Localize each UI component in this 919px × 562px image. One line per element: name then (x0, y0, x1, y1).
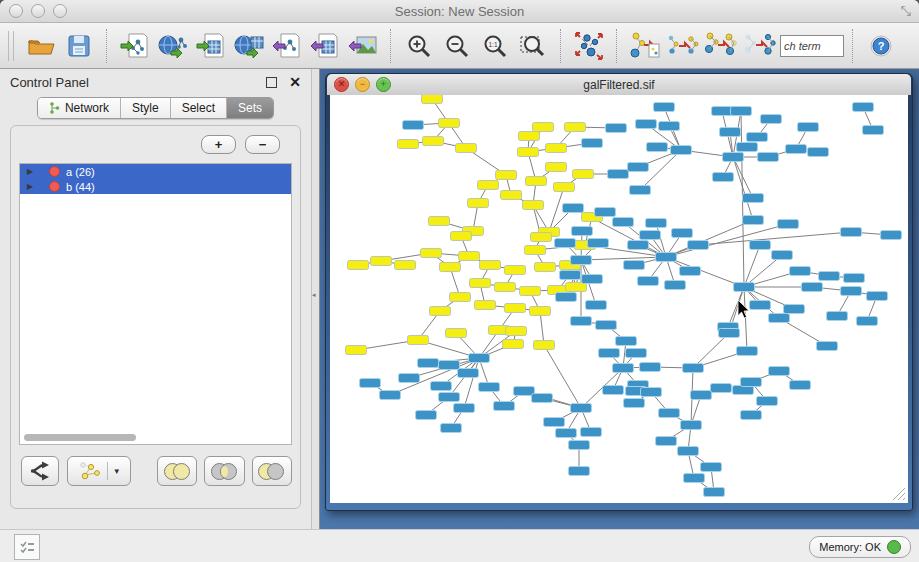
network-node[interactable] (881, 231, 902, 240)
tab-select[interactable]: Select (171, 98, 227, 118)
network-node[interactable] (671, 146, 692, 155)
network-edge[interactable] (666, 220, 753, 257)
network-node[interactable] (571, 256, 592, 265)
network-node[interactable] (772, 251, 793, 260)
network-node[interactable] (681, 421, 702, 430)
network-node[interactable] (546, 144, 567, 153)
network-node[interactable] (495, 283, 516, 292)
network-node[interactable] (640, 231, 661, 240)
network-node[interactable] (582, 139, 603, 148)
network-node[interactable] (665, 281, 686, 290)
network-node[interactable] (841, 228, 862, 237)
network-node[interactable] (544, 418, 565, 427)
network-node[interactable] (571, 317, 592, 326)
network-node[interactable] (684, 474, 705, 483)
task-history-button[interactable] (14, 534, 40, 560)
network-node[interactable] (503, 340, 524, 349)
network-node[interactable] (346, 346, 367, 355)
network-node[interactable] (506, 327, 527, 336)
network-node[interactable] (532, 394, 553, 403)
export-image-button[interactable] (344, 27, 382, 65)
network-window-titlebar[interactable]: ✕ − + galFiltered.sif (327, 74, 911, 95)
network-node[interactable] (571, 404, 592, 413)
network-node[interactable] (680, 267, 701, 276)
network-node[interactable] (656, 253, 677, 262)
horizontal-scrollbar[interactable] (24, 434, 136, 441)
network-node[interactable] (630, 186, 651, 195)
network-node[interactable] (606, 124, 627, 133)
network-node[interactable] (456, 144, 477, 153)
zoom-actual-size-button[interactable]: 1:1 (476, 27, 514, 65)
network-node[interactable] (421, 249, 442, 258)
network-node[interactable] (569, 441, 590, 450)
network-node[interactable] (720, 128, 741, 137)
network-node[interactable] (758, 153, 779, 162)
fullscreen-icon[interactable]: ⤡ (901, 3, 911, 19)
network-node[interactable] (844, 274, 865, 283)
tab-style[interactable]: Style (121, 98, 171, 118)
network-node[interactable] (530, 307, 551, 316)
import-network-file-button[interactable] (116, 27, 154, 65)
network-node[interactable] (546, 163, 567, 172)
network-node[interactable] (784, 305, 805, 314)
panel-splitter[interactable]: ◂ (311, 69, 320, 529)
network-node[interactable] (603, 386, 624, 395)
network-edge[interactable] (733, 157, 753, 198)
network-from-selection-button[interactable] (626, 27, 664, 65)
network-node[interactable] (554, 183, 575, 192)
network-node[interactable] (520, 287, 541, 296)
network-node[interactable] (418, 359, 439, 368)
network-node[interactable] (704, 488, 725, 497)
network-node[interactable] (459, 252, 480, 261)
network-node[interactable] (688, 241, 709, 250)
network-node[interactable] (613, 364, 634, 373)
network-node[interactable] (656, 437, 677, 446)
network-node[interactable] (380, 391, 401, 400)
network-node[interactable] (468, 199, 489, 208)
network-node[interactable] (640, 363, 661, 372)
network-node[interactable] (731, 107, 752, 116)
network-node[interactable] (747, 133, 768, 142)
network-node[interactable] (439, 361, 460, 370)
network-node[interactable] (573, 170, 594, 179)
network-node[interactable] (624, 261, 645, 270)
resize-grip-icon[interactable] (903, 498, 905, 500)
network-node[interactable] (761, 115, 782, 124)
network-node[interactable] (636, 120, 657, 129)
network-node[interactable] (572, 227, 593, 236)
network-node[interactable] (778, 220, 799, 229)
network-edge[interactable] (464, 358, 479, 408)
add-set-button[interactable]: + (201, 135, 236, 154)
network-node[interactable] (534, 341, 555, 350)
network-node[interactable] (416, 411, 437, 420)
dropdown-caret-icon[interactable]: ▼ (113, 467, 121, 476)
set-row-a[interactable]: ▶ a (26) (20, 164, 291, 179)
hide-selected-button[interactable] (740, 27, 778, 65)
network-node[interactable] (741, 378, 762, 387)
close-panel-button[interactable]: ✕ (289, 75, 301, 89)
network-node[interactable] (423, 137, 444, 146)
import-table-url-button[interactable] (230, 27, 268, 65)
network-node[interactable] (441, 424, 462, 433)
network-node[interactable] (638, 277, 659, 286)
network-node[interactable] (533, 123, 554, 132)
network-node[interactable] (769, 314, 790, 323)
network-node[interactable] (750, 241, 771, 250)
network-node[interactable] (451, 232, 472, 241)
memory-status-button[interactable]: Memory: OK (809, 536, 911, 558)
network-node[interactable] (808, 148, 829, 157)
intersect-sets-button[interactable] (204, 456, 244, 486)
zoom-out-button[interactable] (438, 27, 476, 65)
network-node[interactable] (672, 229, 693, 238)
collapse-panel-icon[interactable]: ◂ (312, 291, 316, 299)
zoom-in-button[interactable] (400, 27, 438, 65)
network-node[interactable] (827, 312, 848, 321)
network-graph[interactable] (330, 95, 908, 503)
help-button[interactable]: ? (862, 27, 900, 65)
network-node[interactable] (737, 347, 758, 356)
network-node[interactable] (399, 374, 420, 383)
network-node[interactable] (560, 271, 581, 280)
network-node[interactable] (518, 148, 539, 157)
network-node[interactable] (743, 216, 764, 225)
network-node[interactable] (429, 217, 450, 226)
